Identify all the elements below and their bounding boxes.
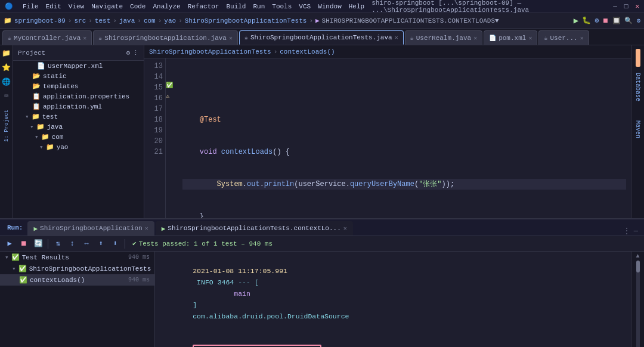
tab-user[interactable]: ☕ User... ✕ xyxy=(538,30,589,45)
tab-mycontroller-close[interactable]: ✕ xyxy=(83,35,86,42)
layout-icon[interactable]: 🔲 xyxy=(612,17,621,24)
nav-springboot09[interactable]: springboot-09 xyxy=(14,17,66,24)
tab-tests[interactable]: ☕ ShiroSpringbootApplicationTests.java ✕ xyxy=(239,30,404,45)
console-ts1: 2021-01-08 11:17:05.991 xyxy=(193,267,292,275)
favorites-icon[interactable]: ⭐ xyxy=(1,62,12,73)
run-icon3: ▶ xyxy=(162,225,166,233)
project-sidebar: Project ⚙ ⋮ 📄 UserMapper.xml 📂 static 📂 … xyxy=(13,45,144,218)
tree-test[interactable]: ▾ 📁 test xyxy=(13,111,144,122)
nav-com[interactable]: com xyxy=(144,17,156,24)
menu-build[interactable]: Build xyxy=(226,3,246,10)
sort-button[interactable]: ⇅ xyxy=(52,238,64,250)
structure-icon[interactable]: 📁 xyxy=(1,48,12,58)
tab-mycontroller[interactable]: ☕ MyController.java ✕ xyxy=(2,30,92,45)
tab-pom-close[interactable]: ✕ xyxy=(528,35,532,42)
menu-vcs[interactable]: VCS xyxy=(299,3,311,10)
maven-label[interactable]: Maven xyxy=(634,118,641,141)
tab-user-close[interactable]: ✕ xyxy=(580,35,584,42)
tab-shiroapplication-close[interactable]: ✕ xyxy=(229,35,233,42)
tree-com[interactable]: ▾ 📁 com xyxy=(13,132,144,142)
database-label[interactable]: Database xyxy=(634,70,641,104)
nav-src[interactable]: src xyxy=(74,17,86,24)
rerun-failed-button[interactable]: 🔄 xyxy=(32,238,44,250)
code-content[interactable]: @Test void contextLoads() { System.out.p… xyxy=(178,58,631,218)
bc-class[interactable]: ShiroSpringbootApplicationTests xyxy=(149,48,271,55)
menu-help[interactable]: Help xyxy=(349,3,364,10)
panel-minimize-icon[interactable]: — xyxy=(634,227,638,236)
line-numbers: 13 14 15 16 17 18 19 20 21 xyxy=(144,58,166,218)
project-label[interactable]: 1: Project xyxy=(4,110,10,142)
tab-shiroapplication-run[interactable]: ▶ ShiroSpringbootApplication ✕ xyxy=(27,221,154,236)
tree-java[interactable]: ▾ 📁 java xyxy=(13,122,144,132)
tab-shiroapplication-run-close[interactable]: ✕ xyxy=(145,225,148,232)
test-shiroapptests-item[interactable]: ▾ ✅ ShiroSpringbootApplicationTests xyxy=(0,263,154,274)
chevron-down-results: ▾ xyxy=(5,253,9,261)
tab-userrealm[interactable]: ☕ UserRealm.java ✕ xyxy=(405,30,482,45)
tab-userrealm-close[interactable]: ✕ xyxy=(473,35,477,42)
minimize-button[interactable]: — xyxy=(613,3,617,10)
bc-method[interactable]: contextLoads() xyxy=(280,48,335,55)
terminal-icon-left[interactable]: ⌨ xyxy=(1,91,12,101)
panel-settings-icon[interactable]: ⋮ xyxy=(623,227,630,236)
menu-window[interactable]: Window xyxy=(318,3,342,10)
nav-sep1: › xyxy=(68,17,72,24)
tree-appprops[interactable]: 📋 application.properties xyxy=(13,91,144,101)
run-icon[interactable]: ▶ xyxy=(574,16,578,26)
menu-view[interactable]: View xyxy=(69,3,84,10)
search-icon[interactable]: 🔍 xyxy=(624,17,633,24)
tab-pom[interactable]: 📄 pom.xml ✕ xyxy=(484,30,537,45)
tree-templates[interactable]: 📂 templates xyxy=(13,81,144,91)
menu-navigate[interactable]: Navigate xyxy=(91,3,123,10)
test-results-item[interactable]: ▾ ✅ Test Results 940 ms xyxy=(0,252,154,263)
maximize-button[interactable]: □ xyxy=(624,3,628,10)
nav-class[interactable]: ShiroSpringbootApplicationTests xyxy=(185,17,307,24)
menu-refactor[interactable]: Refactor xyxy=(188,3,219,10)
scroll-up-icon[interactable]: ▲ xyxy=(636,253,639,259)
down-button[interactable]: ⬇ xyxy=(109,238,121,250)
tree-yao[interactable]: ▾ 📁 yao xyxy=(13,142,144,152)
tab-tests-run-close[interactable]: ✕ xyxy=(343,225,347,232)
test-results-label: Test Results xyxy=(22,254,69,261)
rerun-button[interactable]: ▶ xyxy=(4,238,16,250)
config-icon[interactable]: ⚙ xyxy=(636,17,640,24)
tree-static[interactable]: 📂 static xyxy=(13,71,144,81)
expand-button[interactable]: ↔ xyxy=(80,238,92,250)
line-num-19: 19 xyxy=(149,125,163,136)
stop-icon[interactable]: ⏹ xyxy=(602,17,609,24)
tree-appyml[interactable]: 📋 application.yml xyxy=(13,101,144,111)
tab-tests-run[interactable]: ▶ ShiroSpringbootApplicationTests.contex… xyxy=(156,221,353,236)
chevron-down-icon4: ▾ xyxy=(39,143,44,151)
sidebar-expand-icon[interactable]: ⋮ xyxy=(132,49,139,57)
gutter-warning: ⚠ xyxy=(166,92,169,100)
nav-run-config: SHIROSPRINGBOOTAPPLICATIONTESTS.CONTEXTL… xyxy=(322,17,499,24)
code-area[interactable]: 13 14 15 16 17 18 19 20 21 ✅ ⚠ xyxy=(144,58,631,218)
tab-shiroapplication[interactable]: ☕ ShiroSpringbootApplication.java ✕ xyxy=(93,30,238,45)
menu-code[interactable]: Code xyxy=(130,3,145,10)
console-output[interactable]: 2021-01-08 11:17:05.991 INFO 3464 --- [ … xyxy=(155,252,631,347)
tab-userrealm-label: UserRealm.java xyxy=(416,35,471,42)
web-icon[interactable]: 🌐 xyxy=(1,76,12,87)
debug-icon[interactable]: 🐛 xyxy=(582,16,591,25)
profile-icon[interactable]: ⚙ xyxy=(595,16,599,25)
console-scrollbar[interactable]: ▲ ▼ xyxy=(631,252,644,347)
nav-sep7: › xyxy=(309,17,313,24)
collapse-button[interactable]: ⬆ xyxy=(95,238,107,250)
line-num-16: 16 xyxy=(149,93,163,104)
stop-button[interactable]: ⏹ xyxy=(18,238,30,250)
tab-tests-close[interactable]: ✕ xyxy=(395,34,398,41)
menu-analyze[interactable]: Analyze xyxy=(153,3,180,10)
nav-test[interactable]: test xyxy=(95,17,110,24)
tree-usermapper[interactable]: 📄 UserMapper.xml xyxy=(13,61,144,71)
menu-file[interactable]: File xyxy=(23,3,38,10)
menu-tools[interactable]: Tools xyxy=(272,3,292,10)
filter-button[interactable]: ↕ xyxy=(66,238,78,250)
sidebar-settings-icon[interactable]: ⚙ xyxy=(126,49,130,57)
test-contextloads-item[interactable]: ✅ contextLoads() 940 ms xyxy=(0,274,154,286)
menu-edit[interactable]: Edit xyxy=(45,3,61,10)
close-button[interactable]: ✕ xyxy=(635,2,639,10)
nav-yao[interactable]: yao xyxy=(164,17,176,24)
nav-java[interactable]: java xyxy=(119,17,135,24)
pass-icon-results: ✅ xyxy=(11,253,20,261)
menu-run[interactable]: Run xyxy=(253,3,265,10)
bottom-tab-bar: Run: ▶ ShiroSpringbootApplication ✕ ▶ Sh… xyxy=(0,219,644,236)
